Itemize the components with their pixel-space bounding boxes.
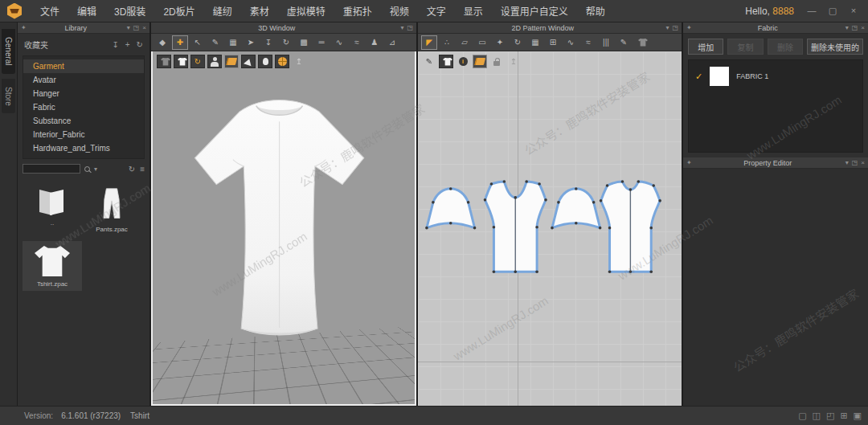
free-sewing-2d-icon[interactable]: ≈ bbox=[580, 35, 596, 50]
layout-grid-icon[interactable]: ⊞ bbox=[840, 411, 847, 421]
pattern-cursor-icon[interactable] bbox=[439, 55, 453, 68]
select-mesh-icon[interactable]: ↖ bbox=[190, 35, 206, 50]
tshirt-3d-model[interactable] bbox=[171, 88, 388, 353]
search-icon[interactable] bbox=[84, 166, 90, 172]
pin-icon[interactable]: ✦ bbox=[686, 24, 692, 31]
tape-measure-icon[interactable]: ═ bbox=[313, 35, 330, 50]
library-search-input[interactable] bbox=[23, 164, 80, 174]
layout-single-icon[interactable]: ▢ bbox=[798, 411, 806, 421]
select-move-icon[interactable]: ✚ bbox=[172, 35, 188, 50]
search-filter-caret-icon[interactable]: ▾ bbox=[94, 166, 97, 173]
menu-help[interactable]: 帮助 bbox=[586, 4, 605, 18]
sewing-2d-icon[interactable]: ∿ bbox=[563, 35, 579, 50]
menu-edit[interactable]: 编辑 bbox=[77, 4, 96, 18]
menu-2d-pattern[interactable]: 2D板片 bbox=[163, 4, 194, 18]
rectangle-pattern-icon[interactable]: ▭ bbox=[474, 35, 490, 50]
show-garment-white-icon[interactable] bbox=[174, 55, 188, 68]
pen-3d-icon[interactable]: ✎ bbox=[207, 35, 223, 50]
library-item-hanger[interactable]: Hanger bbox=[23, 87, 144, 100]
library-item-fabric[interactable]: Fabric bbox=[23, 100, 144, 114]
float-panel-icon[interactable]: ◳ bbox=[852, 24, 858, 31]
chevron-down-icon[interactable]: ▾ bbox=[665, 24, 669, 31]
refresh-icon[interactable]: ↻ bbox=[137, 40, 143, 49]
menu-avatar[interactable]: 虚拟模特 bbox=[287, 4, 326, 18]
close-panel-icon[interactable]: × bbox=[142, 24, 146, 31]
show-fabric-2d-icon[interactable] bbox=[473, 55, 487, 68]
pin-tool-icon[interactable]: ↧ bbox=[260, 35, 276, 50]
pleats-icon[interactable]: ||| bbox=[598, 35, 614, 50]
minimize-button[interactable]: — bbox=[805, 6, 818, 16]
fabric-add-button[interactable]: 增加 bbox=[688, 39, 723, 55]
library-item-interior-fabric[interactable]: Interior_Fabric bbox=[23, 128, 144, 141]
float-window-icon[interactable]: ◳ bbox=[672, 24, 678, 31]
tab-store[interactable]: Store bbox=[2, 79, 15, 114]
menu-3d-garment[interactable]: 3D服装 bbox=[114, 4, 145, 18]
fabric-delete-unused-button[interactable]: 删除未使用的 bbox=[807, 39, 863, 55]
arrangement-points-icon[interactable]: ▩ bbox=[296, 35, 312, 50]
list-view-icon[interactable]: ≡ bbox=[140, 165, 145, 174]
close-panel-icon[interactable]: × bbox=[861, 159, 865, 166]
wedge-tool-icon[interactable]: ⊿ bbox=[384, 35, 400, 50]
rotate-2d-icon[interactable]: ↻ bbox=[510, 35, 526, 50]
show-environment-icon[interactable] bbox=[275, 55, 289, 68]
menu-text[interactable]: 文字 bbox=[427, 4, 446, 18]
menu-settings-custom[interactable]: 设置用户自定义 bbox=[501, 4, 568, 18]
import-icon[interactable]: ↧ bbox=[112, 40, 118, 49]
layout-mixed-icon[interactable]: ◰ bbox=[826, 411, 834, 421]
library-item-substance[interactable]: Substance bbox=[23, 114, 144, 128]
viewport-2d[interactable]: ✎ i ↥ bbox=[418, 51, 682, 406]
close-panel-icon[interactable]: × bbox=[861, 24, 865, 31]
show-avatar-head-icon[interactable] bbox=[258, 55, 272, 68]
menu-sewing[interactable]: 缝纫 bbox=[213, 4, 232, 18]
show-garment-2d-icon[interactable] bbox=[633, 35, 649, 50]
simulate-icon[interactable]: ◆ bbox=[154, 35, 170, 50]
fabric-swatch[interactable] bbox=[710, 67, 729, 86]
chevron-down-icon[interactable]: ▾ bbox=[845, 24, 849, 31]
float-window-icon[interactable]: ◳ bbox=[407, 24, 413, 31]
free-sewing-icon[interactable]: ≈ bbox=[349, 35, 365, 50]
flatten-icon[interactable]: ⊞ bbox=[545, 35, 561, 50]
float-panel-icon[interactable]: ◳ bbox=[133, 24, 140, 31]
add-favorite-icon[interactable]: + bbox=[125, 40, 130, 49]
grid-2d-icon[interactable]: ▦ bbox=[527, 35, 543, 50]
info-icon[interactable]: i bbox=[456, 55, 470, 68]
file-pants[interactable]: Pants.zpac bbox=[82, 182, 141, 236]
menu-file[interactable]: 文件 bbox=[40, 4, 59, 18]
file-tshirt[interactable]: Tshirt.zpac bbox=[23, 241, 82, 291]
trace-icon[interactable]: ✦ bbox=[492, 35, 508, 50]
chevron-down-icon[interactable]: ▾ bbox=[400, 24, 403, 31]
upload-stamp-icon[interactable]: ↥ bbox=[292, 55, 306, 68]
gizmo-icon[interactable]: ➤ bbox=[243, 35, 259, 50]
menu-retopology[interactable]: 重拓扑 bbox=[343, 4, 372, 18]
chevron-down-icon[interactable]: ▾ bbox=[127, 24, 130, 31]
pin-icon[interactable]: ✦ bbox=[21, 24, 27, 31]
chevron-down-icon[interactable]: ▾ bbox=[845, 159, 849, 166]
show-avatar-icon[interactable] bbox=[207, 55, 222, 68]
library-item-avatar[interactable]: Avatar bbox=[23, 73, 144, 87]
file-parent-folder[interactable]: .. bbox=[23, 182, 82, 236]
library-item-garment[interactable]: Garment bbox=[23, 59, 144, 73]
library-item-hardware-trims[interactable]: Hardware_and_Trims bbox=[23, 141, 144, 155]
pattern-pieces[interactable] bbox=[418, 51, 682, 405]
show-wedge-icon[interactable] bbox=[241, 55, 256, 68]
show-fabric-icon[interactable] bbox=[224, 55, 239, 68]
viewport-3d[interactable]: ↻ ↥ bbox=[151, 51, 416, 406]
menu-display[interactable]: 显示 bbox=[464, 4, 483, 18]
refresh-list-icon[interactable]: ↻ bbox=[129, 165, 135, 174]
menu-material[interactable]: 素材 bbox=[250, 4, 269, 18]
layout-two-pane-icon[interactable]: ◫ bbox=[813, 411, 821, 421]
layout-render-icon[interactable]: ▣ bbox=[854, 411, 862, 421]
pin-icon[interactable]: ✦ bbox=[686, 159, 692, 166]
arrangement-icon[interactable]: ▦ bbox=[225, 35, 241, 50]
pen-2d-icon[interactable]: ✎ bbox=[616, 35, 632, 50]
simulation-settings-icon[interactable]: ↻ bbox=[190, 55, 205, 68]
rotate-tool-icon[interactable]: ↻ bbox=[278, 35, 294, 50]
check-icon[interactable]: ✓ bbox=[695, 72, 702, 82]
edit-pattern-icon[interactable]: ∴ bbox=[439, 35, 455, 50]
avatar-tape-icon[interactable]: ♟ bbox=[366, 35, 383, 50]
show-garment-icon[interactable] bbox=[157, 55, 171, 68]
needle-icon[interactable]: ✎ bbox=[422, 55, 436, 68]
sewing-tool-icon[interactable]: ∿ bbox=[331, 35, 347, 50]
fabric-list-item[interactable]: ✓ FABRIC 1 bbox=[695, 67, 856, 86]
menu-video[interactable]: 视频 bbox=[390, 4, 409, 18]
